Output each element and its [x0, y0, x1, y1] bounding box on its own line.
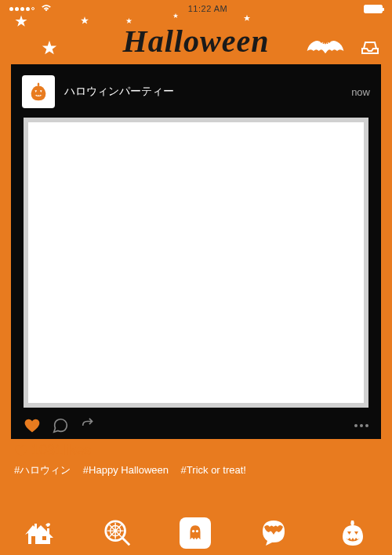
- svg-rect-3: [42, 536, 46, 540]
- hashtag[interactable]: #ハロウィン: [14, 464, 71, 476]
- signal-dots-icon: [9, 7, 34, 11]
- tabbar: [0, 511, 392, 555]
- post-card: ハロウィンパーティー now: [11, 64, 381, 439]
- likes-row[interactable]: 1031likes: [0, 439, 392, 460]
- pumpkin-icon: [27, 80, 50, 103]
- app-header: Halloween: [0, 17, 392, 64]
- post-actions: [11, 408, 381, 439]
- page-title: Halloween: [123, 23, 270, 60]
- chat-icon[interactable]: [258, 517, 289, 549]
- star-icon: [125, 17, 132, 24]
- hashtags: #ハロウィン #Happy Halloween #Trick or treat!: [0, 460, 392, 485]
- bat-icon: [306, 39, 345, 59]
- star-icon: [243, 14, 251, 22]
- heart-icon: [14, 444, 28, 458]
- star-icon: [41, 39, 58, 56]
- search-icon[interactable]: [103, 518, 132, 548]
- like-icon[interactable]: [24, 417, 41, 434]
- post-photo[interactable]: [24, 118, 368, 408]
- likes-count: 1031likes: [31, 442, 91, 459]
- status-left: [9, 5, 52, 13]
- more-icon[interactable]: [354, 424, 368, 427]
- battery-icon: [364, 5, 383, 13]
- svg-point-1: [327, 42, 328, 44]
- svg-point-6: [192, 530, 194, 532]
- status-time: 11:22 AM: [188, 4, 227, 13]
- inbox-icon[interactable]: [361, 39, 379, 55]
- avatar[interactable]: [22, 75, 55, 108]
- status-bar: 11:22 AM: [0, 0, 392, 17]
- star-icon: [172, 13, 179, 19]
- share-icon[interactable]: [80, 417, 97, 434]
- wifi-icon: [41, 5, 52, 13]
- profile-icon[interactable]: [337, 517, 368, 549]
- camera-button[interactable]: [180, 517, 211, 549]
- svg-point-0: [323, 42, 325, 44]
- username[interactable]: ハロウィンパーティー: [64, 85, 342, 99]
- hashtag[interactable]: #Trick or treat!: [181, 464, 246, 476]
- star-icon: [80, 16, 89, 25]
- hashtag[interactable]: #Happy Halloween: [83, 464, 169, 476]
- svg-point-7: [196, 530, 198, 532]
- post-header: ハロウィンパーティー now: [11, 64, 381, 118]
- home-icon[interactable]: [24, 517, 55, 549]
- ghost-icon: [185, 523, 205, 543]
- comment-icon[interactable]: [52, 417, 69, 434]
- timestamp: now: [351, 86, 370, 98]
- star-icon: [14, 14, 28, 28]
- svg-rect-2: [31, 536, 35, 544]
